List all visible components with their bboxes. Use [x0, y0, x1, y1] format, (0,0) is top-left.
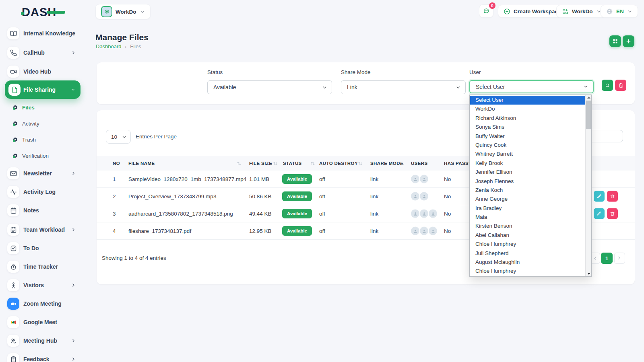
sidebar-item-label: Notes [23, 207, 39, 214]
app-root: DASH Internal Knowledge CallHub Video Hu… [0, 0, 644, 362]
avatar [411, 192, 419, 201]
notification-badge: 0 [489, 2, 495, 9]
cell-has-password: No [444, 211, 451, 217]
sidebar-item-notes[interactable]: Notes [0, 204, 85, 216]
sidebar-item-label: Files [22, 105, 35, 111]
sidebar-item-label: Time Tracker [23, 263, 58, 270]
cell-auto-destroy: off [319, 176, 325, 182]
sidebar-item-zoom-meeting[interactable]: Zoom Meeting [0, 298, 85, 310]
column-header-share-mode[interactable]: SHARE MODE [370, 161, 403, 166]
sidebar-item-newsletter[interactable]: Newsletter [0, 167, 85, 179]
user-option[interactable]: Chloe Humphrey [470, 240, 585, 249]
sidebar-item-visitors[interactable]: Visitors [0, 279, 85, 291]
scroll-down-arrow[interactable] [586, 271, 592, 276]
user-option[interactable]: Buffy Walter [470, 132, 585, 141]
scrollbar-thumb[interactable] [586, 101, 591, 129]
user-option[interactable]: Anne George [470, 195, 585, 204]
sidebar-item-label: Activity Log [23, 189, 56, 195]
user-option[interactable]: Select User [470, 96, 585, 105]
user-option[interactable]: Zenia Koch [470, 186, 585, 195]
entries-per-page-select[interactable]: 10 [106, 130, 131, 144]
cell-file-size: 50.86 KB [249, 193, 272, 200]
pagination-page-1[interactable]: 1 [601, 253, 613, 264]
sort-icon [273, 161, 278, 166]
workspace-name: WorkDo [116, 9, 136, 15]
sidebar-item-team-workload[interactable]: Team Workload [0, 224, 85, 236]
sidebar-item-time-tracker[interactable]: Time Tracker [0, 261, 85, 273]
sidebar-item-label: Internal Knowledge [23, 30, 75, 37]
column-header-auto-destroy[interactable]: AUTO DESTROY [319, 161, 358, 166]
share-mode-select[interactable]: Link [341, 80, 466, 94]
dropdown-scrollbar[interactable] [585, 95, 591, 276]
workspace-switcher[interactable]: WorkDo [95, 4, 151, 19]
user-select[interactable]: Select User [469, 80, 594, 93]
messages-button[interactable]: 0 [479, 4, 493, 18]
language-selector[interactable]: EN [601, 5, 638, 18]
user-option[interactable]: Chloe Humphrey [470, 267, 585, 276]
sidebar-item-meeting-hub[interactable]: Meeting Hub [0, 335, 85, 347]
user-option[interactable]: Juli Shepherd [470, 249, 585, 258]
edit-button[interactable] [594, 208, 605, 219]
status-select[interactable]: Available [207, 80, 332, 94]
stopwatch-icon [7, 261, 19, 273]
sidebar-item-label: Visitors [23, 282, 44, 288]
chevron-left-icon [593, 256, 597, 261]
cell-file-name: Project_Overview_1737348799.mp3 [128, 193, 216, 200]
sidebar-item-verification[interactable]: Verification [0, 152, 85, 160]
dash-logo[interactable]: DASH [22, 6, 70, 19]
sidebar-item-files[interactable]: Files [0, 103, 85, 111]
add-file-button[interactable] [623, 35, 634, 47]
user-option[interactable]: Abel Callahan [470, 231, 585, 240]
user-option[interactable]: Kelly Brook [470, 159, 585, 168]
user-option[interactable]: Whitney Barrett [470, 150, 585, 158]
breadcrumb-dashboard-link[interactable]: Dashboard [96, 43, 122, 49]
sidebar-item-to-do[interactable]: To Do [0, 242, 85, 254]
sidebar-item-video-hub[interactable]: Video Hub [0, 66, 85, 78]
column-header-users[interactable]: USERS [411, 161, 428, 166]
grid-view-button[interactable] [609, 35, 621, 47]
user-option[interactable]: Joseph Fiennes [470, 177, 585, 186]
search-button[interactable] [602, 80, 613, 91]
user-option[interactable]: Maia [470, 213, 585, 222]
scroll-up-arrow[interactable] [586, 95, 592, 100]
column-header-status[interactable]: STATUS [283, 161, 302, 166]
sidebar-item-google-meet[interactable]: Google Meet [0, 316, 85, 328]
sidebar: DASH Internal Knowledge CallHub Video Hu… [0, 0, 85, 362]
sidebar-item-trash[interactable]: Trash [0, 136, 85, 144]
workspace-menu[interactable]: WorkDo [556, 5, 607, 18]
edit-button[interactable] [594, 191, 605, 202]
chevron-down-icon [583, 84, 588, 89]
cell-file-size: 49.44 KB [249, 211, 272, 217]
avatar [420, 227, 428, 235]
user-option[interactable]: Richard Atkinson [470, 114, 585, 123]
column-header-file-name[interactable]: FILE NAME [128, 161, 155, 166]
user-option[interactable]: August Mclaughlin [470, 258, 585, 267]
user-option[interactable]: Ira Bradley [470, 204, 585, 213]
book-icon [7, 27, 19, 39]
sidebar-item-feedback[interactable]: Feedback [0, 353, 85, 362]
sidebar-item-callhub[interactable]: CallHub [0, 47, 85, 59]
cell-auto-destroy: off [319, 193, 325, 200]
sidebar-item-activity-log[interactable]: Activity Log [0, 186, 85, 198]
user-option[interactable]: Sonya Sims [470, 123, 585, 132]
sort-icon [310, 161, 315, 166]
pagination-next-button[interactable] [614, 253, 625, 264]
user-option[interactable]: Quincy Cook [470, 141, 585, 150]
delete-button[interactable] [607, 191, 618, 202]
sidebar-item-label: Trash [22, 137, 36, 143]
status-badge: Available [282, 191, 312, 201]
user-option[interactable]: Jennifer Ellison [470, 168, 585, 177]
user-select-value: Select User [476, 84, 505, 90]
reset-filter-button[interactable] [615, 80, 626, 91]
bullet-icon [13, 105, 17, 109]
share-mode-select-value: Link [347, 84, 357, 90]
sidebar-item-activity[interactable]: Activity [0, 119, 85, 128]
sidebar-item-internal-knowledge[interactable]: Internal Knowledge [0, 27, 85, 39]
cell-file-name: fileshare_1737348137.pdf [128, 228, 191, 234]
delete-button[interactable] [607, 208, 618, 219]
column-header-file-size[interactable]: FILE SIZE [249, 161, 272, 166]
user-option[interactable]: Kirsten Benson [470, 222, 585, 230]
user-option[interactable]: WorkDo [470, 105, 585, 113]
column-header-no[interactable]: NO [113, 161, 120, 166]
sidebar-item-file-sharing[interactable]: File Sharing [5, 80, 80, 99]
